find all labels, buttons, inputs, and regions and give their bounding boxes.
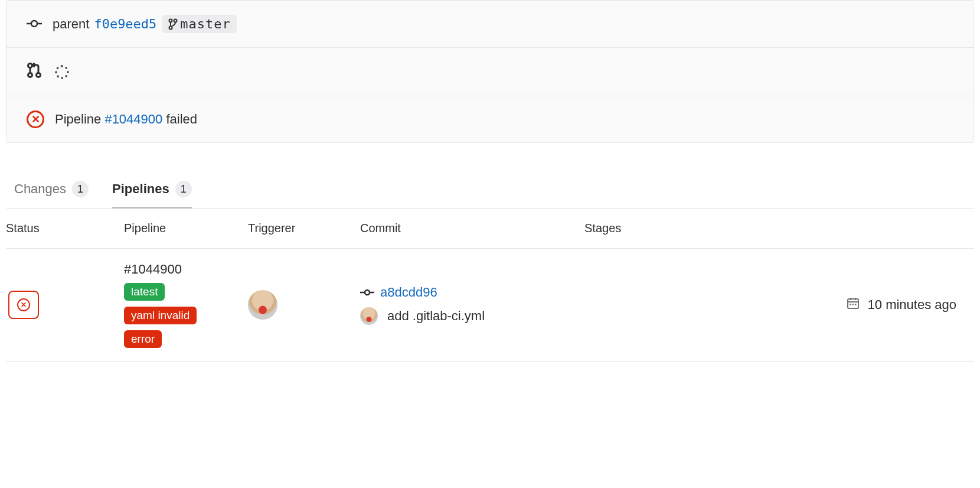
svg-point-6 xyxy=(28,64,32,68)
commit-icon xyxy=(27,18,42,31)
tab-pipelines-count: 1 xyxy=(175,181,192,197)
pipeline-row-id-link[interactable]: #1044900 xyxy=(124,262,182,277)
th-pipeline: Pipeline xyxy=(124,222,248,235)
calendar-icon xyxy=(847,297,860,313)
svg-point-3 xyxy=(169,19,172,22)
status-failed-button[interactable]: ✕ xyxy=(8,291,39,319)
pipeline-status-row: ✕ Pipeline #1044900 failed xyxy=(6,96,974,142)
commit-sha-line: a8dcdd96 xyxy=(360,285,584,300)
svg-rect-18 xyxy=(852,304,854,305)
parent-label: parent xyxy=(53,17,89,32)
commit-info-card: parent f0e9eed5 master ✕ Pipeline #10449… xyxy=(6,0,974,143)
table-header: Status Pipeline Triggerer Commit Stages xyxy=(6,209,974,249)
x-circle-icon: ✕ xyxy=(17,298,30,311)
tab-changes[interactable]: Changes 1 xyxy=(14,173,89,208)
svg-rect-17 xyxy=(850,304,851,305)
th-commit: Commit xyxy=(360,222,584,235)
tab-pipelines-label: Pipelines xyxy=(112,181,169,197)
table-row: ✕ #1044900 latest yaml invalid error a8d… xyxy=(6,249,974,362)
pipelines-table: Status Pipeline Triggerer Commit Stages … xyxy=(6,209,974,362)
cell-commit: a8dcdd96 add .gitlab-ci.yml xyxy=(360,285,584,325)
tabs: Changes 1 Pipelines 1 xyxy=(6,173,974,209)
th-stages: Stages xyxy=(584,222,779,235)
commit-message: add .gitlab-ci.yml xyxy=(387,308,485,324)
cell-pipeline: #1044900 latest yaml invalid error xyxy=(124,262,248,348)
triggerer-avatar[interactable] xyxy=(248,290,277,320)
svg-point-0 xyxy=(31,21,37,27)
branch-name: master xyxy=(180,17,230,31)
commit-msg-line: add .gitlab-ci.yml xyxy=(360,307,584,325)
pipeline-status-text: Pipeline #1044900 failed xyxy=(55,112,197,127)
parent-sha-link[interactable]: f0e9eed5 xyxy=(94,17,156,31)
commit-sha-link[interactable]: a8dcdd96 xyxy=(380,285,437,300)
svg-point-10 xyxy=(365,290,370,295)
svg-point-7 xyxy=(28,73,32,77)
svg-rect-19 xyxy=(855,304,857,305)
svg-point-4 xyxy=(174,19,177,22)
pipeline-status-suffix: failed xyxy=(162,112,197,126)
tab-changes-count: 1 xyxy=(72,181,89,197)
branch-icon xyxy=(168,18,178,30)
commit-author-avatar[interactable] xyxy=(360,307,378,325)
cell-triggerer xyxy=(248,290,360,320)
th-status: Status xyxy=(6,222,124,235)
status-failed-icon: ✕ xyxy=(27,110,44,128)
merge-request-icon[interactable] xyxy=(27,62,42,82)
pipeline-id-link[interactable]: #1044900 xyxy=(104,112,162,126)
cell-time: 10 minutes ago xyxy=(779,297,974,313)
cell-status: ✕ xyxy=(6,291,124,319)
th-triggerer: Triggerer xyxy=(248,222,360,235)
loading-spinner-icon xyxy=(55,65,69,79)
commit-icon xyxy=(360,286,374,299)
svg-point-8 xyxy=(37,73,41,77)
branch-chip[interactable]: master xyxy=(162,15,236,33)
badge-yaml-invalid: yaml invalid xyxy=(124,307,197,324)
mr-row xyxy=(6,48,974,96)
tab-changes-label: Changes xyxy=(14,181,66,197)
svg-point-5 xyxy=(169,26,172,29)
pipeline-status-prefix: Pipeline xyxy=(55,112,104,126)
parent-row: parent f0e9eed5 master xyxy=(6,1,974,48)
badge-error: error xyxy=(124,330,162,348)
tab-pipelines[interactable]: Pipelines 1 xyxy=(112,173,192,208)
badge-latest: latest xyxy=(124,283,165,301)
time-text: 10 minutes ago xyxy=(868,297,956,313)
